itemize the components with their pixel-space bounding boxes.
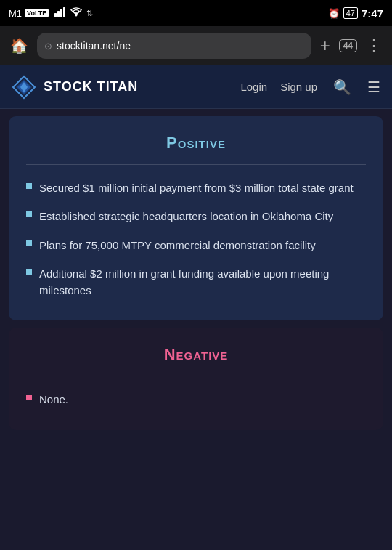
- url-bar[interactable]: ⊙ stocktitan.net/ne: [37, 33, 311, 59]
- bullet-icon: [26, 269, 32, 275]
- svg-rect-0: [54, 13, 57, 17]
- navbar-logo: STOCK TITAN: [12, 75, 240, 100]
- menu-button[interactable]: ⋮: [363, 36, 385, 55]
- positive-item-2: Established strategic headquarters locat…: [39, 208, 333, 225]
- positive-list: Secured $1 million initial payment from …: [26, 179, 366, 299]
- home-button[interactable]: 🏠: [7, 34, 31, 57]
- status-right: ⏰ 47 7:47: [328, 7, 383, 20]
- negative-divider: [26, 376, 366, 376]
- bullet-icon: [26, 240, 32, 246]
- navbar: STOCK TITAN Login Sign up 🔍 ☰: [0, 65, 392, 109]
- tab-count[interactable]: 44: [339, 39, 357, 52]
- login-link[interactable]: Login: [240, 81, 267, 93]
- new-tab-button[interactable]: +: [317, 36, 333, 56]
- main-content: Positive Secured $1 million initial paym…: [0, 116, 392, 430]
- positive-divider: [26, 164, 366, 165]
- logo-icon: [12, 75, 36, 100]
- carrier-label: M1: [9, 8, 22, 19]
- wifi-icon: [70, 7, 82, 19]
- data-icon: ⇅: [86, 9, 93, 18]
- positive-item-4: Additional $2 million in grant funding a…: [39, 265, 366, 299]
- status-bar: M1 VoLTE ⇅ ⏰ 47 7:47: [0, 0, 392, 26]
- signup-link[interactable]: Sign up: [280, 81, 317, 93]
- bullet-icon: [26, 395, 32, 400]
- url-text: stocktitan.net/ne: [57, 40, 131, 52]
- battery-level: 47: [343, 7, 358, 19]
- alarm-icon: ⏰: [328, 8, 340, 19]
- negative-list: None.: [26, 391, 366, 408]
- svg-rect-1: [57, 11, 60, 17]
- site-icon: ⊙: [44, 41, 52, 52]
- negative-section: Negative None.: [9, 328, 383, 429]
- browser-bar: 🏠 ⊙ stocktitan.net/ne + 44 ⋮: [0, 26, 392, 65]
- battery-indicator: 47: [343, 7, 358, 19]
- svg-rect-3: [63, 7, 65, 17]
- list-item: Additional $2 million in grant funding a…: [26, 265, 366, 299]
- logo-text: STOCK TITAN: [44, 79, 138, 94]
- signal-icon: [54, 7, 66, 19]
- positive-item-3: Plans for 75,000 MTPY commercial demonst…: [39, 237, 316, 254]
- status-left: M1 VoLTE ⇅: [9, 7, 93, 19]
- status-time: 7:47: [362, 7, 383, 20]
- positive-item-1: Secured $1 million initial payment from …: [39, 179, 354, 196]
- volte-badge: VoLTE: [25, 9, 49, 17]
- list-item: Plans for 75,000 MTPY commercial demonst…: [26, 237, 366, 254]
- svg-point-4: [75, 15, 77, 16]
- navbar-links: Login Sign up 🔍 ☰: [240, 78, 380, 96]
- bullet-icon: [26, 211, 32, 217]
- list-item: Established strategic headquarters locat…: [26, 208, 366, 225]
- list-item: None.: [26, 391, 366, 408]
- bullet-icon: [26, 183, 32, 189]
- negative-title: Negative: [26, 345, 366, 364]
- list-item: Secured $1 million initial payment from …: [26, 179, 366, 196]
- search-icon[interactable]: 🔍: [333, 78, 351, 96]
- negative-item-1: None.: [39, 391, 68, 408]
- positive-section: Positive Secured $1 million initial paym…: [9, 116, 383, 320]
- svg-rect-2: [60, 9, 62, 17]
- menu-icon[interactable]: ☰: [367, 78, 380, 96]
- positive-title: Positive: [26, 134, 366, 153]
